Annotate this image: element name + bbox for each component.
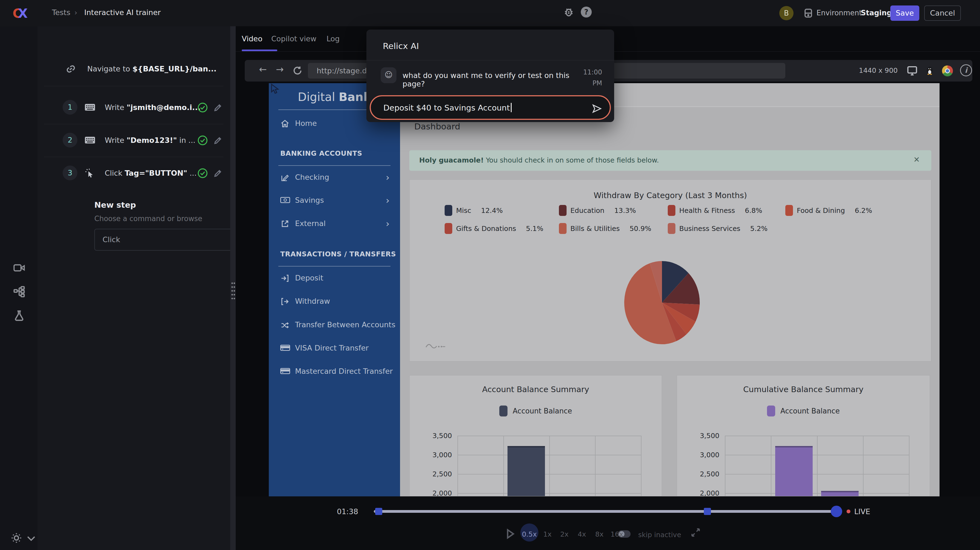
bank-nav-label: Transfer Between Accounts <box>295 320 395 329</box>
step-row[interactable]: 2Write "Demo123!" in ... <box>37 130 230 151</box>
step-row[interactable]: 1Write "jsmith@demo.i... <box>37 97 230 118</box>
bank-nav-savings[interactable]: Savings› <box>269 195 400 206</box>
pie-chart-card: Withdraw By Category (Last 3 Months) Mis… <box>409 180 931 362</box>
chevron-down-icon[interactable] <box>26 534 36 544</box>
edit-pencil-icon[interactable] <box>213 103 223 113</box>
timeline-mid-handle[interactable] <box>704 508 711 515</box>
speed-0.5x[interactable]: 0.5x <box>522 530 537 538</box>
tab-log[interactable]: Log <box>326 35 340 43</box>
dashboard-title: Dashboard <box>414 121 460 131</box>
legend-label: Misc 12.4% <box>456 207 503 215</box>
video-viewport[interactable]: Digital Bank Home BANKING ACCOUNTS Check… <box>269 83 940 496</box>
link-icon <box>65 64 76 75</box>
bank-nav-transfer-between-accounts[interactable]: Transfer Between Accounts <box>269 320 400 331</box>
cumulative-balance-card: Cumulative Balance Summary Account Balan… <box>677 375 930 496</box>
bank-sidebar: Digital Bank Home BANKING ACCOUNTS Check… <box>269 83 400 496</box>
legend-label: Account Balance <box>780 407 840 415</box>
bank-nav-checking[interactable]: Checking› <box>269 172 400 183</box>
sparkline-icon <box>425 341 446 350</box>
mouse-cursor-icon <box>270 83 281 97</box>
info-icon[interactable]: i <box>960 64 972 77</box>
gear-icon[interactable] <box>10 532 22 545</box>
pie-chart-title: Withdraw By Category (Last 3 Months) <box>410 191 931 200</box>
relicx-ai-dialog: Relicx AI ☺ what do you want me to verif… <box>366 30 614 122</box>
bank-nav-label: Deposit <box>295 274 323 282</box>
gridline-v <box>457 435 458 496</box>
monitor-icon[interactable] <box>907 65 918 77</box>
step-row[interactable]: 3Click Tag="BUTTON" ... <box>37 163 230 183</box>
play-icon[interactable] <box>506 529 515 540</box>
cx-logo[interactable]: CX <box>13 6 27 21</box>
video-camera-icon[interactable] <box>13 262 25 274</box>
legend-label: Bills & Utilities 50.9% <box>570 225 651 233</box>
gridline-v <box>909 435 910 496</box>
save-button[interactable]: Save <box>890 5 919 21</box>
playback-time: 01:38 <box>337 507 358 516</box>
bank-section-accounts: BANKING ACCOUNTS <box>280 150 362 157</box>
expand-icon[interactable] <box>690 527 701 539</box>
speed-4x[interactable]: 4x <box>578 530 586 538</box>
skip-inactive-label: skip inactive <box>638 531 681 539</box>
gridline-v <box>817 435 818 496</box>
bank-nav-deposit[interactable]: Deposit <box>269 273 400 284</box>
dialog-title: Relicx AI <box>383 41 419 51</box>
speed-2x[interactable]: 2x <box>560 530 569 538</box>
drag-handle[interactable] <box>231 281 235 299</box>
sitemap-icon[interactable] <box>13 286 25 299</box>
speed-8x[interactable]: 8x <box>595 530 604 538</box>
video-player-bar: 01:38 LIVE skip inactive 0.5x1x2x4x8x16x <box>236 496 980 550</box>
legend-label: Business Services 5.2% <box>679 225 768 233</box>
withdraw-icon <box>280 297 290 306</box>
legend-swatch <box>785 205 793 216</box>
tab-video[interactable]: Video <box>242 35 262 43</box>
gridline-v <box>725 435 725 496</box>
cancel-button[interactable]: Cancel <box>924 5 961 21</box>
edit-pencil-icon[interactable] <box>213 168 223 179</box>
y-axis-tick: 3,000 <box>419 451 452 459</box>
speed-16x[interactable]: 16x <box>611 530 624 538</box>
bar[interactable] <box>508 446 545 496</box>
tab-copilot-view[interactable]: Copilot view <box>271 35 317 43</box>
forward-arrow-icon[interactable]: → <box>276 64 284 75</box>
bank-nav-visa-direct-transfer[interactable]: VISA Direct Transfer <box>269 343 400 354</box>
legend-label: Account Balance <box>513 407 572 415</box>
breadcrumb-tests[interactable]: Tests <box>52 8 70 17</box>
step-label: Write "Demo123!" in ... <box>105 136 196 145</box>
help-icon[interactable]: ? <box>581 6 592 18</box>
legend-swatch <box>668 223 675 234</box>
live-label: LIVE <box>854 507 870 516</box>
bank-nav-mastercard-direct-transfer[interactable]: Mastercard Direct Transfer <box>269 367 400 377</box>
bank-nav-external[interactable]: External› <box>269 218 400 230</box>
page-title: Interactive AI trainer <box>84 8 161 17</box>
flask-icon[interactable] <box>13 310 25 323</box>
bar[interactable] <box>821 491 859 496</box>
bank-nav-withdraw[interactable]: Withdraw <box>269 297 400 307</box>
send-icon[interactable] <box>591 103 603 115</box>
keyboard-icon <box>84 103 95 113</box>
avatar[interactable]: B <box>779 6 794 20</box>
visa-card-icon <box>280 344 290 353</box>
refresh-icon[interactable] <box>292 65 303 77</box>
environment-value[interactable]: Staging <box>861 9 892 17</box>
speed-1x[interactable]: 1x <box>543 530 552 538</box>
step-label: Click Tag="BUTTON" ... <box>105 169 197 177</box>
step-label: Write "jsmith@demo.i... <box>105 103 200 112</box>
timeline-start-handle[interactable] <box>375 508 382 515</box>
pie-chart <box>621 257 703 348</box>
bar[interactable] <box>775 446 813 496</box>
back-arrow-icon[interactable]: ← <box>259 64 267 75</box>
bar-legend: Account Balance <box>410 405 662 416</box>
gridline-v <box>549 435 550 496</box>
chevron-right-icon: › <box>386 218 390 229</box>
linux-icon <box>924 65 935 77</box>
prompt-input-value: Deposit $40 to Savings Account <box>383 103 510 112</box>
bug-icon[interactable] <box>563 6 575 19</box>
prompt-input[interactable]: Deposit $40 to Savings Account <box>370 95 611 120</box>
viewport-resolution: 1440 x 900 <box>859 67 898 75</box>
timeline-track[interactable] <box>374 510 840 513</box>
navigate-step[interactable]: Navigate to ${BASE_URL}/ban... <box>37 59 230 79</box>
legend-swatch <box>559 205 566 216</box>
timeline-live-handle[interactable] <box>831 506 842 517</box>
edit-pencil-icon[interactable] <box>213 136 223 147</box>
close-icon[interactable]: ✕ <box>913 155 920 164</box>
